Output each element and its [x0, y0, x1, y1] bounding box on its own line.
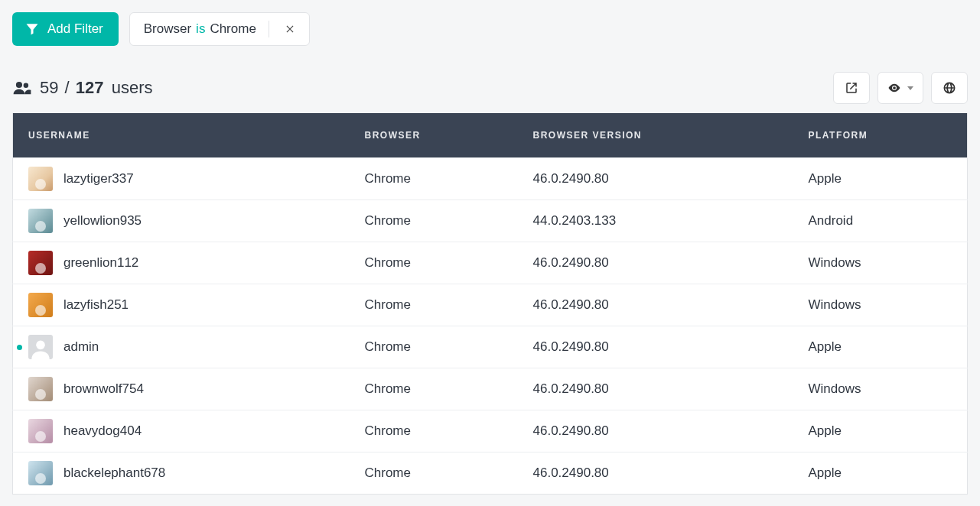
- globe-button[interactable]: [931, 72, 968, 104]
- filter-chip-separator: [269, 21, 269, 37]
- table-header-row: USERNAME BROWSER BROWSER VERSION PLATFOR…: [13, 113, 968, 158]
- user-cell: greenlion112: [28, 251, 334, 275]
- user-cell: yellowlion935: [28, 209, 334, 233]
- cell-browser-version: 46.0.2490.80: [518, 158, 793, 200]
- close-icon: [285, 24, 295, 34]
- username-label: brownwolf754: [63, 381, 144, 397]
- count-total: 127: [76, 78, 104, 97]
- cell-platform: Windows: [793, 242, 968, 284]
- cell-browser: Chrome: [350, 452, 518, 495]
- svg-point-2: [36, 341, 45, 350]
- user-cell: lazyfish251: [28, 293, 334, 317]
- cell-browser-version: 46.0.2490.80: [518, 242, 793, 284]
- cell-platform: Apple: [793, 326, 968, 368]
- table-row[interactable]: adminChrome46.0.2490.80Apple: [13, 326, 968, 368]
- table-actions: [833, 72, 968, 104]
- table-row[interactable]: lazyfish251Chrome46.0.2490.80Windows: [13, 284, 968, 326]
- cell-browser-version: 46.0.2490.80: [518, 368, 793, 410]
- cell-browser-version: 44.0.2403.133: [518, 200, 793, 242]
- cell-browser: Chrome: [350, 284, 518, 326]
- filter-chip-remove-button[interactable]: [280, 19, 300, 39]
- filter-chip-field: Browser: [144, 21, 191, 37]
- user-silhouette-icon: [30, 338, 51, 359]
- table-row[interactable]: lazytiger337Chrome46.0.2490.80Apple: [13, 158, 968, 200]
- col-header-version[interactable]: BROWSER VERSION: [518, 113, 793, 158]
- user-count: 59 / 127 users: [12, 78, 153, 98]
- cell-browser-version: 46.0.2490.80: [518, 410, 793, 452]
- user-cell: admin: [28, 335, 334, 359]
- filter-chip-value: Chrome: [210, 21, 256, 37]
- avatar: [28, 209, 53, 233]
- user-cell: blackelephant678: [28, 461, 334, 485]
- users-table: USERNAME BROWSER BROWSER VERSION PLATFOR…: [12, 113, 968, 495]
- user-cell: heavydog404: [28, 419, 334, 443]
- cell-platform: Windows: [793, 284, 968, 326]
- avatar: [28, 293, 53, 317]
- count-unit: users: [112, 78, 153, 97]
- export-button[interactable]: [833, 72, 870, 104]
- table-row[interactable]: yellowlion935Chrome44.0.2403.133Android: [13, 200, 968, 242]
- username-label: admin: [63, 339, 99, 355]
- username-label: greenlion112: [63, 255, 138, 271]
- col-header-username[interactable]: USERNAME: [13, 113, 350, 158]
- visibility-dropdown-button[interactable]: [877, 72, 923, 104]
- cell-browser: Chrome: [350, 368, 518, 410]
- cell-browser: Chrome: [350, 242, 518, 284]
- table-row[interactable]: brownwolf754Chrome46.0.2490.80Windows: [13, 368, 968, 410]
- username-label: lazyfish251: [63, 297, 129, 313]
- cell-browser-version: 46.0.2490.80: [518, 452, 793, 495]
- col-header-browser[interactable]: BROWSER: [350, 113, 518, 158]
- svg-point-1: [24, 83, 29, 89]
- svg-point-0: [16, 82, 22, 88]
- cell-browser-version: 46.0.2490.80: [518, 284, 793, 326]
- table-row[interactable]: heavydog404Chrome46.0.2490.80Apple: [13, 410, 968, 452]
- filter-chip-browser[interactable]: Browser is Chrome: [129, 12, 310, 46]
- list-header: 59 / 127 users: [12, 72, 968, 104]
- eye-icon: [887, 81, 901, 95]
- avatar: [28, 335, 53, 359]
- count-separator: /: [65, 78, 70, 97]
- col-header-platform[interactable]: PLATFORM: [793, 113, 968, 158]
- cell-platform: Windows: [793, 368, 968, 410]
- filter-chip-operator: is: [196, 21, 205, 37]
- user-cell: brownwolf754: [28, 377, 334, 401]
- username-label: heavydog404: [63, 423, 142, 439]
- add-filter-button[interactable]: Add Filter: [12, 12, 119, 46]
- add-filter-label: Add Filter: [47, 21, 103, 37]
- avatar: [28, 377, 53, 401]
- cell-platform: Apple: [793, 158, 968, 200]
- filter-icon: [24, 21, 40, 37]
- export-icon: [845, 81, 858, 95]
- cell-browser: Chrome: [350, 326, 518, 368]
- chevron-down-icon: [907, 86, 913, 90]
- cell-platform: Apple: [793, 452, 968, 495]
- users-icon: [12, 79, 32, 96]
- cell-browser: Chrome: [350, 200, 518, 242]
- username-label: blackelephant678: [63, 465, 165, 481]
- cell-browser-version: 46.0.2490.80: [518, 326, 793, 368]
- avatar: [28, 419, 53, 443]
- count-shown: 59: [40, 78, 58, 97]
- online-indicator-icon: [17, 345, 22, 350]
- avatar: [28, 251, 53, 275]
- avatar: [28, 167, 53, 191]
- user-cell: lazytiger337: [28, 167, 334, 191]
- cell-browser: Chrome: [350, 410, 518, 452]
- username-label: yellowlion935: [63, 213, 142, 229]
- cell-platform: Apple: [793, 410, 968, 452]
- avatar: [28, 461, 53, 485]
- table-row[interactable]: greenlion112Chrome46.0.2490.80Windows: [13, 242, 968, 284]
- table-row[interactable]: blackelephant678Chrome46.0.2490.80Apple: [13, 452, 968, 495]
- cell-browser: Chrome: [350, 158, 518, 200]
- globe-icon: [943, 81, 956, 95]
- username-label: lazytiger337: [63, 171, 134, 187]
- cell-platform: Android: [793, 200, 968, 242]
- filter-bar: Add Filter Browser is Chrome: [12, 12, 968, 46]
